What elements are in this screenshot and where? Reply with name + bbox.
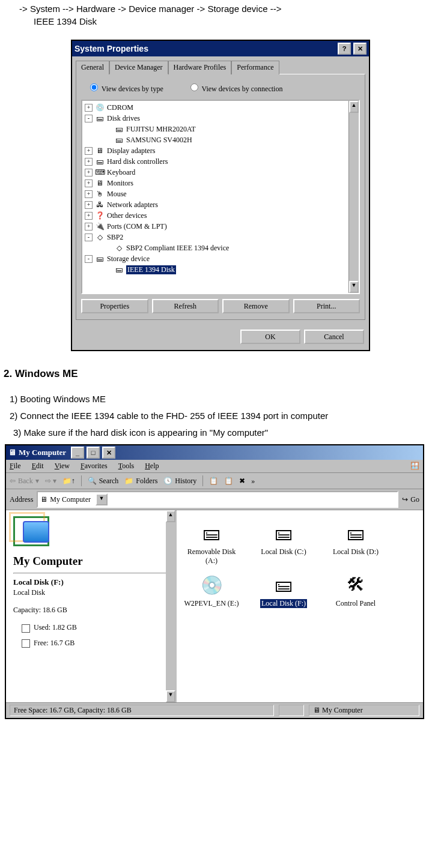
tree-label: Display adapters bbox=[107, 146, 155, 155]
folders-button[interactable]: 📁 Folders bbox=[124, 477, 157, 486]
drive-icon-item[interactable]: 🖴Local Disk (C:) bbox=[254, 521, 314, 565]
scroll-up-button[interactable]: ▲ bbox=[349, 101, 359, 113]
drive-icon-item[interactable]: 🖴Local Disk (D:) bbox=[326, 521, 386, 565]
tree-node[interactable]: +🖴Hard disk controllers bbox=[84, 156, 359, 167]
expand-icon[interactable]: + bbox=[85, 104, 93, 112]
properties-button[interactable]: Properties bbox=[81, 299, 148, 313]
address-field[interactable]: 🖥 My Computer ▼ bbox=[37, 491, 398, 508]
expand-icon[interactable]: + bbox=[85, 169, 93, 176]
selected-type: Local Disk bbox=[13, 588, 168, 597]
toolbar-overflow-icon[interactable]: » bbox=[251, 477, 255, 486]
ok-button[interactable]: OK bbox=[240, 330, 300, 344]
delete-icon[interactable]: ✖ bbox=[239, 477, 245, 486]
scroll-down-button[interactable]: ▼ bbox=[349, 281, 359, 293]
expand-icon[interactable]: + bbox=[85, 223, 93, 231]
tree-node[interactable]: +❓Other devices bbox=[84, 210, 359, 221]
menu-view[interactable]: View bbox=[55, 462, 70, 471]
tree-node[interactable]: -◇SBP2 bbox=[84, 232, 359, 243]
tree-node[interactable]: +🖥Monitors bbox=[84, 178, 359, 188]
menu-favorites[interactable]: Favorites bbox=[81, 462, 108, 471]
left-scrollbar[interactable]: ▲ ▼ bbox=[166, 510, 175, 702]
forward-button[interactable]: ⇨ ▾ bbox=[45, 477, 56, 486]
refresh-button[interactable]: Refresh bbox=[152, 299, 219, 313]
my-computer-window: 🖥 My Computer _ □ ✕ File Edit View Favor… bbox=[5, 444, 424, 719]
icon-area[interactable]: 🖴Removable Disk (A:)🖴Local Disk (C:)🖴Loc… bbox=[177, 510, 423, 702]
tree-node[interactable]: +💿CDROM bbox=[84, 102, 359, 113]
maximize-button[interactable]: □ bbox=[87, 447, 100, 459]
drive-icon-item[interactable]: 💿W2PEVL_EN (E:) bbox=[181, 573, 242, 608]
expand-icon[interactable]: - bbox=[85, 115, 93, 122]
tree-label: IEEE 1394 Disk bbox=[126, 265, 176, 274]
tree-node[interactable]: 🖴FUJITSU MHR2020AT bbox=[84, 124, 359, 134]
used-swatch bbox=[22, 624, 30, 633]
menu-help[interactable]: Help bbox=[145, 462, 159, 471]
drive-icon-item[interactable]: 🛠Control Panel bbox=[326, 573, 386, 608]
tree-node[interactable]: -🖴Storage device bbox=[84, 253, 359, 264]
remove-button[interactable]: Remove bbox=[222, 299, 290, 313]
address-dropdown-icon[interactable]: ▼ bbox=[96, 493, 108, 505]
scrollbar-vertical[interactable]: ▲ ▼ bbox=[348, 101, 359, 293]
drive-icon: 🛠 bbox=[341, 573, 370, 597]
device-icon: 🖧 bbox=[95, 200, 105, 209]
expand-icon[interactable]: + bbox=[85, 179, 93, 187]
status-mid bbox=[279, 705, 304, 716]
expand-icon[interactable]: - bbox=[85, 234, 93, 241]
tree-node[interactable]: 🖴SAMSUNG SV4002H bbox=[84, 134, 359, 145]
drive-label: W2PEVL_EN (E:) bbox=[181, 599, 242, 608]
minimize-button[interactable]: _ bbox=[71, 447, 84, 459]
tab-performance[interactable]: Performance bbox=[231, 61, 279, 74]
move-to-icon[interactable]: 📋 bbox=[209, 477, 218, 486]
radio-by-connection[interactable]: View devices by connection bbox=[187, 82, 283, 94]
expand-icon[interactable]: + bbox=[85, 158, 93, 166]
expand-icon[interactable]: + bbox=[85, 190, 93, 198]
menu-file[interactable]: File bbox=[10, 462, 21, 471]
device-icon: 🖥 bbox=[95, 146, 105, 155]
tree-label: Disk drives bbox=[107, 114, 140, 123]
tree-node[interactable]: +🖥Display adapters bbox=[84, 145, 359, 156]
search-button[interactable]: 🔍 Search bbox=[88, 477, 119, 486]
drive-icon-item[interactable]: 🖴Removable Disk (A:) bbox=[181, 521, 242, 565]
tree-node[interactable]: +🔌Ports (COM & LPT) bbox=[84, 221, 359, 232]
expand-icon[interactable]: - bbox=[85, 255, 93, 263]
drive-label: Local Disk (C:) bbox=[254, 547, 314, 556]
expand-icon[interactable]: + bbox=[85, 212, 93, 220]
device-tree[interactable]: +💿CDROM-🖴Disk drives🖴FUJITSU MHR2020AT🖴S… bbox=[81, 100, 360, 294]
device-icon: ❓ bbox=[95, 211, 105, 220]
print-button[interactable]: Print... bbox=[293, 299, 361, 313]
close-button[interactable]: ✕ bbox=[102, 447, 115, 459]
close-button[interactable]: ✕ bbox=[353, 43, 367, 55]
free-label: Free: 16.7 GB bbox=[34, 639, 75, 647]
tab-hardware-profiles[interactable]: Hardware Profiles bbox=[168, 61, 232, 74]
menu-tools[interactable]: Tools bbox=[118, 462, 135, 471]
radio-by-type[interactable]: View devices by type bbox=[87, 82, 163, 94]
up-button[interactable]: 📁↑ bbox=[62, 477, 75, 486]
tree-node[interactable]: +🖧Network adapters bbox=[84, 199, 359, 210]
tab-device-manager[interactable]: Device Manager bbox=[109, 61, 168, 74]
device-icon: 🖴 bbox=[95, 254, 105, 264]
left-header: My Computer bbox=[13, 555, 168, 568]
tree-node[interactable]: 🖴IEEE 1394 Disk bbox=[84, 264, 359, 275]
history-button[interactable]: 🕓 History bbox=[163, 477, 196, 486]
help-button[interactable]: ? bbox=[338, 43, 351, 55]
tree-node[interactable]: ◇SBP2 Compliant IEEE 1394 device bbox=[84, 243, 359, 253]
tree-node[interactable]: +🖱Mouse bbox=[84, 188, 359, 199]
tree-node[interactable]: +⌨Keyboard bbox=[84, 167, 359, 178]
drive-icon-item[interactable]: 🖴Local Disk (F:) bbox=[254, 573, 314, 608]
go-button[interactable]: ↪ Go bbox=[402, 495, 419, 504]
tree-label: CDROM bbox=[107, 103, 133, 112]
address-bar: Address 🖥 My Computer ▼ ↪ Go bbox=[6, 489, 423, 510]
cancel-button[interactable]: Cancel bbox=[304, 330, 364, 344]
back-button[interactable]: ⇦ Back ▾ bbox=[10, 477, 39, 486]
my-computer-icon: 🖥 bbox=[40, 495, 47, 504]
drive-icon: 🖴 bbox=[269, 521, 298, 545]
expand-icon[interactable]: + bbox=[85, 147, 93, 155]
scroll-up-button[interactable]: ▲ bbox=[166, 510, 175, 522]
step-3: 3) Make sure if the hard disk icon is ap… bbox=[13, 424, 432, 441]
scroll-down-button[interactable]: ▼ bbox=[166, 690, 175, 702]
tree-node[interactable]: -🖴Disk drives bbox=[84, 113, 359, 124]
device-icon: 💿 bbox=[95, 103, 105, 112]
copy-to-icon[interactable]: 📋 bbox=[224, 477, 233, 486]
menu-edit[interactable]: Edit bbox=[32, 462, 44, 471]
tab-general[interactable]: General bbox=[76, 61, 109, 74]
expand-icon[interactable]: + bbox=[85, 201, 93, 209]
